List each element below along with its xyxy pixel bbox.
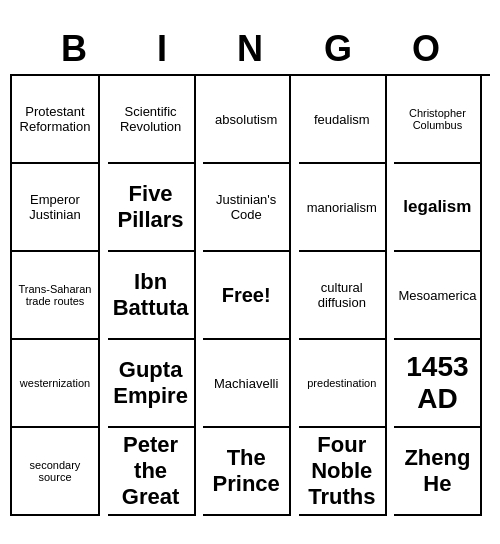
cell-r4c3[interactable]: Machiavelli [203,340,291,428]
cell-r3c1[interactable]: Trans-Saharan trade routes [12,252,100,340]
letter-g: G [294,28,382,70]
cell-r2c3[interactable]: Justinian's Code [203,164,291,252]
letter-i: I [118,28,206,70]
bingo-grid: Protestant Reformation Scientific Revolu… [10,74,490,516]
cell-r1c3[interactable]: absolutism [203,76,291,164]
cell-r5c4[interactable]: Four Noble Truths [299,428,387,516]
cell-r5c3[interactable]: The Prince [203,428,291,516]
cell-r4c5[interactable]: 1453 AD [394,340,482,428]
cell-r3c3-free[interactable]: Free! [203,252,291,340]
cell-r5c2[interactable]: Peter the Great [108,428,196,516]
letter-n: N [206,28,294,70]
cell-r4c4[interactable]: predestination [299,340,387,428]
letter-o: O [382,28,470,70]
cell-r1c4[interactable]: feudalism [299,76,387,164]
letter-b: B [30,28,118,70]
cell-r4c2[interactable]: Gupta Empire [108,340,196,428]
cell-r3c4[interactable]: cultural diffusion [299,252,387,340]
bingo-header: B I N G O [10,28,490,70]
bingo-board: B I N G O Protestant Reformation Scienti… [10,28,490,516]
cell-r3c5[interactable]: Mesoamerica [394,252,482,340]
cell-r3c2[interactable]: Ibn Battuta [108,252,196,340]
cell-r1c5[interactable]: Christopher Columbus [394,76,482,164]
cell-r1c1[interactable]: Protestant Reformation [12,76,100,164]
cell-r2c2[interactable]: Five Pillars [108,164,196,252]
cell-r2c1[interactable]: Emperor Justinian [12,164,100,252]
cell-r5c5[interactable]: Zheng He [394,428,482,516]
cell-r2c4[interactable]: manorialism [299,164,387,252]
cell-r1c2[interactable]: Scientific Revolution [108,76,196,164]
cell-r2c5[interactable]: legalism [394,164,482,252]
cell-r4c1[interactable]: westernization [12,340,100,428]
cell-r5c1[interactable]: secondary source [12,428,100,516]
